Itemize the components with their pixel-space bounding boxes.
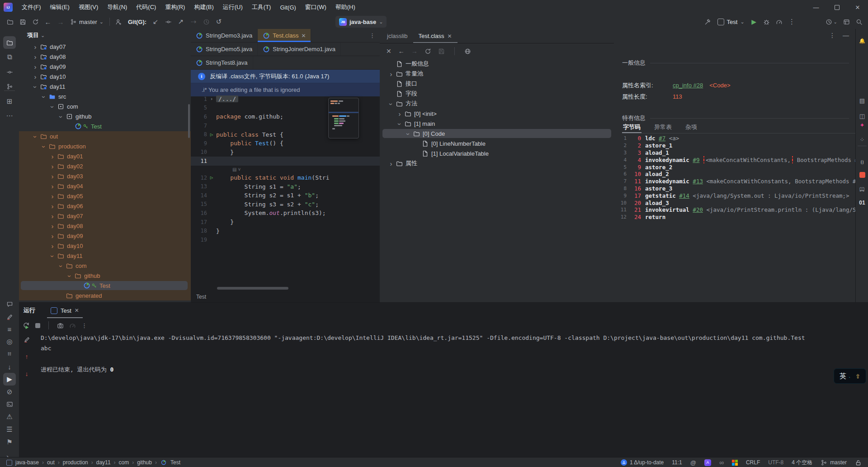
fold-icon[interactable]: › — [207, 96, 216, 102]
git-history-icon[interactable] — [200, 16, 212, 28]
maximize-icon[interactable] — [826, 0, 847, 14]
expand-chevron-icon[interactable]: › — [48, 153, 57, 160]
project-tree-item-day02[interactable]: ›day02 — [19, 161, 191, 171]
project-tree-item-Test[interactable]: Test — [19, 281, 191, 291]
expand-chevron-icon[interactable]: › — [48, 213, 57, 219]
status-breadcrumb-com[interactable]: com — [119, 459, 129, 466]
project-tree-item-day05[interactable]: ›day05 — [19, 191, 191, 201]
bookmarks-icon[interactable]: ⚑ — [3, 436, 16, 448]
notifications-icon[interactable] — [3, 298, 16, 310]
class-tree-item-[1] main[interactable]: ›[1] main — [380, 119, 614, 129]
expand-chevron-icon[interactable]: › — [66, 272, 73, 280]
expand-chevron-icon[interactable]: › — [31, 53, 39, 60]
down-stack-icon[interactable]: ↓ — [22, 369, 32, 379]
back-icon[interactable]: ← — [42, 16, 54, 28]
project-scrollbar[interactable] — [188, 104, 190, 138]
editor-tab-Test.class[interactable]: Test.class✕ — [258, 29, 311, 42]
forward-icon[interactable]: → — [411, 48, 418, 55]
project-tree-item-day04[interactable]: ›day04 — [19, 181, 191, 191]
status-breadcrumb-github[interactable]: github — [137, 459, 152, 466]
jclasslib-tab-Test.class[interactable]: Test.class✕ — [413, 29, 458, 43]
class-tree-item-[0] Code[interactable]: ›[0] Code — [380, 129, 614, 138]
project-tree-item-day07[interactable]: ›day07 — [19, 211, 191, 221]
profiler-tool-icon[interactable] — [3, 310, 16, 323]
tab-list-icon[interactable]: ⋮ — [369, 29, 375, 42]
project-panel-header[interactable]: 项目 ⌄ — [19, 29, 191, 42]
project-tree-item-generated[interactable]: generated — [19, 291, 191, 300]
stop-icon[interactable] — [35, 323, 40, 328]
project-tree-item-day08[interactable]: ›day08 — [19, 52, 191, 62]
run-tab[interactable]: Test ✕ — [47, 303, 83, 318]
jclasslib-tab-jclasslib[interactable]: jclasslib — [382, 29, 413, 43]
run-config-combo[interactable]: Test ⌄ — [714, 16, 748, 28]
docs-book-icon[interactable]: 🕮 — [856, 184, 868, 195]
indent-setting[interactable]: 4 个空格 — [792, 459, 812, 467]
menu-item-文件(F)[interactable]: 文件(F) — [17, 2, 46, 13]
debug-icon[interactable] — [761, 16, 773, 28]
constant-pool-link[interactable]: #9 — [693, 157, 699, 163]
menu-item-视图(V)[interactable]: 视图(V) — [74, 2, 103, 13]
constant-pool-link[interactable]: #20 — [693, 206, 703, 213]
bytecode-viewer-icon[interactable]: 01 — [856, 197, 868, 208]
expand-chevron-icon[interactable]: › — [58, 262, 65, 270]
plugin-dots-icon[interactable]: ⁘ — [856, 134, 868, 145]
editor-tab-StringDemo3.java[interactable]: StringDemo3.java — [191, 29, 258, 42]
class-tree-item-方法[interactable]: ›方法 — [380, 99, 614, 109]
up-stack-icon[interactable]: ↑ — [22, 352, 32, 362]
menu-item-代码(C)[interactable]: 代码(C) — [132, 2, 160, 13]
expand-chevron-icon[interactable]: › — [48, 203, 57, 210]
git-cherry-pick-icon[interactable]: ⇢ — [188, 16, 199, 28]
class-tree-item-一般信息[interactable]: 一般信息 — [380, 59, 614, 69]
expand-chevron-icon[interactable]: › — [387, 160, 395, 167]
screenshot-icon[interactable] — [57, 322, 64, 329]
class-tree-item-[0] <init>[interactable]: ›[0] <init> — [380, 109, 614, 119]
vcs-status[interactable]: Δ 1 Δ/up-to-date — [621, 459, 664, 466]
more-tools-icon[interactable]: ⋯ — [3, 110, 16, 122]
forward-icon[interactable]: → — [55, 16, 66, 28]
problems-icon[interactable]: ⊘ — [3, 386, 16, 398]
expand-chevron-icon[interactable]: › — [48, 193, 57, 200]
menu-item-导航(N)[interactable]: 导航(N) — [103, 2, 132, 13]
console-more-icon[interactable]: ⋮ — [81, 322, 87, 329]
endpoints-icon[interactable]: ◎ — [3, 335, 16, 348]
build-icon[interactable] — [702, 16, 714, 28]
class-tree-item-[0] LineNumberTable[interactable]: [0] LineNumberTable — [380, 138, 614, 148]
project-tree-item-day07[interactable]: ›day07 — [19, 42, 191, 52]
profile-snapshot-icon[interactable] — [69, 322, 76, 329]
reload-icon[interactable] — [425, 48, 431, 55]
menu-item-编辑(E)[interactable]: 编辑(E) — [46, 2, 74, 13]
git-push-icon[interactable]: ↗ — [175, 16, 187, 28]
run-line-icon[interactable]: ▷ — [207, 175, 216, 181]
expand-chevron-icon[interactable]: › — [48, 183, 57, 190]
expand-chevron-icon[interactable]: › — [48, 163, 57, 170]
tab-close-icon[interactable]: ✕ — [448, 33, 452, 39]
save-icon[interactable] — [438, 48, 445, 55]
project-tree-item-day03[interactable]: ›day03 — [19, 171, 191, 181]
caret-position[interactable]: 11:1 — [672, 459, 682, 466]
expand-chevron-icon[interactable]: › — [31, 43, 39, 50]
build-tool-icon[interactable]: ⌗ — [3, 348, 16, 360]
layout-widget-icon[interactable] — [840, 16, 852, 28]
folded-region[interactable]: /.../ — [216, 95, 238, 102]
menu-item-窗口(W)[interactable]: 窗口(W) — [301, 2, 331, 13]
open-folder-icon[interactable] — [4, 16, 16, 28]
expand-chevron-icon[interactable]: › — [396, 110, 404, 117]
recent-history-icon[interactable]: ⌄ — [823, 16, 840, 28]
constant-pool-link[interactable]: #13 — [693, 178, 703, 185]
run-tool-icon[interactable]: ▶ — [3, 373, 16, 386]
project-tree-item-day11[interactable]: ›day11 — [19, 251, 191, 261]
search-everywhere-icon[interactable] — [853, 16, 865, 28]
class-tree-item-接口[interactable]: 接口 — [380, 79, 614, 89]
constant-pool-link[interactable]: #14 — [679, 192, 689, 199]
project-tree-item-day10[interactable]: ›day10 — [19, 241, 191, 251]
expand-chevron-icon[interactable]: › — [31, 63, 39, 70]
project-tree-item-out[interactable]: ›out — [19, 131, 191, 141]
editor-tab-StringTest8.java[interactable]: StringTest8.java — [191, 56, 253, 69]
branch-widget[interactable]: master ⌄ — [67, 16, 106, 28]
warnings-icon[interactable]: ⚠ — [3, 410, 16, 423]
file-encoding[interactable]: UTF-8 — [768, 459, 783, 466]
menu-item-工具(T)[interactable]: 工具(T) — [247, 2, 276, 13]
git-branch-widget[interactable]: master — [821, 459, 847, 466]
expand-chevron-icon[interactable]: › — [49, 103, 56, 111]
notifications-bell-icon[interactable]: 🔔 — [856, 35, 868, 46]
